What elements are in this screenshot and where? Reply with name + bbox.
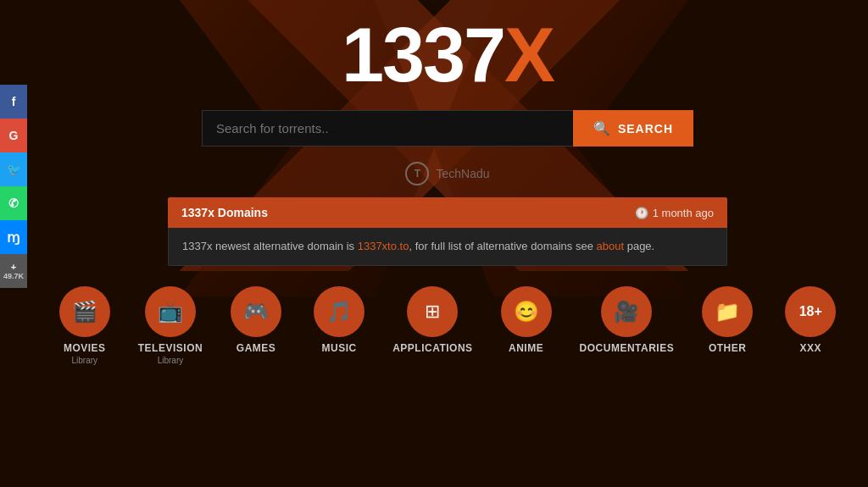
announcement-body: 1337x newest alternative domain is 1337x… [168,228,727,266]
category-music[interactable]: 🎵 MUSIC [309,286,369,356]
search-bar: 🔍 SEARCH [202,110,693,147]
social-sidebar: f G 🐦 ✆ ɱ + 49.7K [0,85,27,288]
categories-row: 🎬 MOVIES Library 📺 TELEVISION Library 🎮 … [55,286,840,365]
logo-white-part: 1337 [342,13,504,97]
facebook-button[interactable]: f [0,85,27,119]
anime-label: ANIME [509,342,543,354]
announcement-title: 1337x Domains [181,206,268,219]
applications-label: APPLICATIONS [392,342,472,354]
announcement-header: 1337x Domains 🕐 1 month ago [168,197,727,228]
documentaries-icon: 🎥 [601,286,652,337]
television-icon: 📺 [145,286,196,337]
category-other[interactable]: 📁 OTHER [698,286,757,356]
search-icon: 🔍 [593,120,611,136]
messenger-button[interactable]: ɱ [0,220,27,254]
games-label: GAMES [236,342,276,354]
television-sub: Library [158,356,184,365]
search-button[interactable]: 🔍 SEARCH [573,110,693,147]
category-movies[interactable]: 🎬 MOVIES Library [55,286,114,365]
technadu-logo-icon: T [405,162,429,185]
technadu-label: TechNadu [436,167,489,180]
other-label: OTHER [709,342,747,354]
whatsapp-button[interactable]: ✆ [0,186,27,220]
clock-icon: 🕐 [635,207,648,219]
music-icon: 🎵 [314,286,364,337]
category-applications[interactable]: ⊞ APPLICATIONS [392,286,472,356]
search-input[interactable] [202,110,573,147]
category-xxx[interactable]: 18+ XXX [781,286,840,356]
announcement-box: 1337x Domains 🕐 1 month ago 1337x newest… [168,197,727,266]
documentaries-label: DOCUMENTARIES [580,342,675,354]
television-label: TELEVISION [138,342,203,354]
category-television[interactable]: 📺 TELEVISION Library [138,286,203,365]
games-icon: 🎮 [231,286,281,337]
announcement-text: 1337x newest alternative domain is 1337x… [182,238,713,255]
main-content: 1337X 🔍 SEARCH T TechNadu 1337x Domains … [27,0,868,487]
anime-icon: 😊 [501,286,552,337]
movies-icon: 🎬 [59,286,110,337]
xxx-label: XXX [799,342,821,354]
movies-sub: Library [71,356,97,365]
share-count: 49.7K [3,272,24,280]
announcement-time-text: 1 month ago [653,207,714,219]
share-button[interactable]: + 49.7K [0,254,27,288]
about-link[interactable]: about [597,240,625,252]
site-logo: 1337X [342,17,554,93]
xxx-icon: 18+ [785,286,836,337]
domain-link[interactable]: 1337xto.to [358,240,409,252]
google-button[interactable]: G [0,119,27,152]
applications-icon: ⊞ [407,286,458,337]
other-icon: 📁 [702,286,753,337]
movies-label: MOVIES [64,342,106,354]
search-button-label: SEARCH [618,122,673,136]
category-anime[interactable]: 😊 ANIME [497,286,556,356]
music-label: MUSIC [322,342,357,354]
announcement-time: 🕐 1 month ago [635,207,714,219]
category-games[interactable]: 🎮 GAMES [226,286,286,356]
twitter-button[interactable]: 🐦 [0,152,27,186]
logo-orange-part: X [504,13,554,97]
category-documentaries[interactable]: 🎥 DOCUMENTARIES [580,286,675,356]
technadu-watermark: T TechNadu [405,162,489,185]
